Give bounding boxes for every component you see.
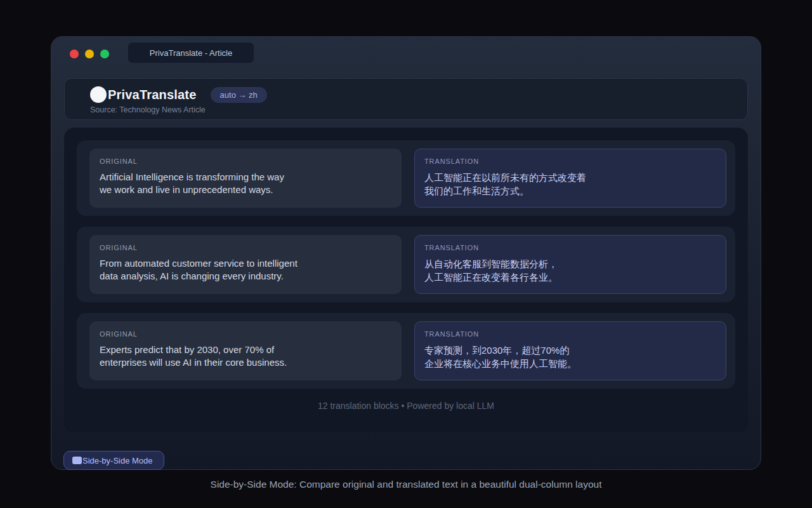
window-title: PrivaTranslate - Article	[150, 48, 232, 58]
translation-block-row: ORIGINAL Experts predict that by 2030, o…	[77, 313, 735, 389]
side-by-side-panels-icon	[72, 457, 82, 464]
original-label: ORIGINAL	[100, 244, 391, 251]
traffic-lights	[70, 50, 109, 58]
zoom-button[interactable]	[100, 50, 109, 58]
source-subtitle: Source: Technology News Article	[90, 105, 735, 114]
app-window: PrivaTranslate - Article PrivaTranslate …	[51, 36, 761, 470]
header-card: PrivaTranslate auto → zh Source: Technol…	[64, 78, 748, 120]
translation-label: TRANSLATION	[424, 157, 716, 165]
translation-label: TRANSLATION	[424, 244, 716, 251]
window-title-tab[interactable]: PrivaTranslate - Article	[128, 42, 254, 64]
minimize-button[interactable]	[85, 50, 94, 58]
original-label: ORIGINAL	[100, 157, 391, 165]
translation-label: TRANSLATION	[424, 330, 716, 338]
app-name: PrivaTranslate	[108, 88, 197, 102]
translation-pane: TRANSLATION 从自动化客服到智能数据分析， 人工智能正在改变着各行各业…	[414, 235, 726, 294]
original-text: Artificial Intelligence is transforming …	[100, 171, 391, 196]
status-line: 12 translation blocks • Powered by local…	[77, 401, 735, 411]
original-text: From automated customer service to intel…	[100, 257, 391, 283]
translation-text: 人工智能正在以前所未有的方式改变着 我们的工作和生活方式。	[424, 171, 716, 197]
translation-pane: TRANSLATION 人工智能正在以前所未有的方式改变着 我们的工作和生活方式…	[414, 149, 726, 208]
language-pair-badge[interactable]: auto → zh	[211, 87, 267, 103]
titlebar: PrivaTranslate - Article	[51, 37, 761, 69]
app-logo-icon	[90, 86, 107, 103]
translation-text: 专家预测，到2030年，超过70%的 企业将在核心业务中使用人工智能。	[424, 344, 716, 370]
original-pane: ORIGINAL From automated customer service…	[89, 235, 402, 294]
translation-pane: TRANSLATION 专家预测，到2030年，超过70%的 企业将在核心业务中…	[414, 321, 726, 380]
original-pane: ORIGINAL Artificial Intelligence is tran…	[89, 149, 402, 208]
translation-block-row: ORIGINAL Artificial Intelligence is tran…	[77, 140, 735, 216]
translation-blocks-panel: ORIGINAL Artificial Intelligence is tran…	[64, 128, 748, 432]
original-label: ORIGINAL	[100, 330, 391, 338]
original-pane: ORIGINAL Experts predict that by 2030, o…	[89, 321, 402, 380]
screenshot-caption: Side-by-Side Mode: Compare original and …	[0, 479, 812, 490]
side-by-side-mode-button[interactable]: Side-by-Side Mode	[63, 451, 164, 470]
original-text: Experts predict that by 2030, over 70% o…	[100, 344, 391, 369]
translation-text: 从自动化客服到智能数据分析， 人工智能正在改变着各行各业。	[424, 257, 716, 284]
translation-block-row: ORIGINAL From automated customer service…	[77, 227, 735, 302]
close-button[interactable]	[70, 50, 79, 58]
mode-button-label: Side-by-Side Mode	[82, 456, 153, 465]
